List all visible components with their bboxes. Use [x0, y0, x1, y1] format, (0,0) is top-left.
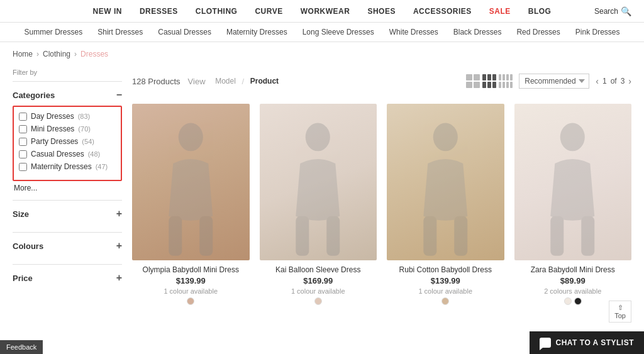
view-product[interactable]: Product: [250, 77, 279, 86]
product-price: $139.99: [132, 276, 250, 285]
nav-item-accessories[interactable]: ACCESSORIES: [413, 1, 472, 22]
sidebar: Filter by Categories − Day Dresses (83) …: [13, 66, 132, 307]
grid-cell: [487, 82, 491, 88]
breadcrumb-home[interactable]: Home: [13, 50, 33, 58]
more-link[interactable]: More...: [13, 184, 122, 192]
product-card[interactable]: Olympia Babydoll Mini Dress $139.99 1 co…: [132, 104, 250, 307]
nav-item-new-in[interactable]: NEW IN: [93, 1, 122, 22]
breadcrumb-clothing[interactable]: Clothing: [43, 50, 70, 58]
page-of: of: [611, 77, 617, 86]
toolbar-left: 128 Products View Model / Product: [132, 77, 279, 86]
toolbar-right: Recommended ‹ 1 of 3 ›: [466, 74, 631, 89]
nav-item-blog[interactable]: BLOG: [528, 1, 552, 22]
nav-item-dresses[interactable]: DRESSES: [140, 1, 178, 22]
sub-nav-item[interactable]: Red Dresses: [516, 28, 560, 36]
size-section: Size +: [13, 200, 122, 232]
category-count: (54): [82, 138, 94, 145]
nav-item-shoes[interactable]: SHOES: [367, 1, 396, 22]
product-name: Rubi Cotton Babydoll Dress: [387, 265, 504, 274]
grid-cell: [502, 74, 505, 80]
grid-cell: [506, 74, 509, 80]
grid-cell: [482, 82, 486, 88]
product-colours-text: 1 colour available: [260, 287, 377, 295]
back-to-top-button[interactable]: ⇧ Top: [609, 301, 631, 307]
page-layout: Filter by Categories − Day Dresses (83) …: [0, 66, 644, 307]
sub-nav-item[interactable]: Summer Dresses: [25, 28, 83, 36]
colours-expand-icon: +: [116, 240, 122, 252]
product-name: Olympia Babydoll Mini Dress: [132, 265, 250, 274]
grid-cell: [499, 82, 501, 88]
colour-swatches: [132, 297, 250, 305]
sort-select[interactable]: Recommended: [519, 74, 589, 89]
svg-point-3: [306, 123, 330, 151]
colour-swatch: [314, 297, 322, 305]
nav-item-sale[interactable]: SALE: [489, 1, 511, 22]
colour-swatches: [387, 297, 504, 305]
sub-nav-item[interactable]: Shirt Dresses: [97, 28, 143, 36]
product-image: [132, 104, 250, 260]
product-info: Rubi Cotton Babydoll Dress $139.99 1 col…: [387, 260, 504, 307]
categories-label: Categories: [13, 91, 55, 100]
nav-item-curve[interactable]: CURVE: [255, 1, 282, 22]
product-info: Kai Balloon Sleeve Dress $169.99 1 colou…: [260, 260, 377, 307]
nav-item-clothing[interactable]: CLOTHING: [196, 1, 238, 22]
category-item[interactable]: Maternity Dresses (47): [19, 162, 116, 171]
product-card[interactable]: Kai Balloon Sleeve Dress $169.99 1 colou…: [260, 104, 377, 307]
prev-page-button[interactable]: ‹: [596, 76, 599, 86]
category-checkbox[interactable]: [19, 138, 27, 146]
sub-nav-item[interactable]: Black Dresses: [453, 28, 502, 36]
next-page-button[interactable]: ›: [628, 76, 631, 86]
grid-cell: [510, 82, 513, 88]
svg-rect-1: [169, 216, 182, 256]
grid-3-icon[interactable]: [482, 74, 496, 88]
category-checkbox[interactable]: [19, 113, 27, 121]
colours-section: Colours +: [13, 232, 122, 264]
product-grid: Olympia Babydoll Mini Dress $139.99 1 co…: [132, 104, 631, 307]
categories-header[interactable]: Categories −: [13, 89, 122, 101]
sub-nav-item[interactable]: Pink Dresses: [575, 28, 620, 36]
grid-cell: [502, 82, 505, 88]
categories-section: Categories − Day Dresses (83) Mini Dress…: [13, 81, 122, 200]
grid-4-icon[interactable]: [499, 74, 513, 88]
grid-cell: [499, 74, 501, 80]
category-item[interactable]: Party Dresses (54): [19, 137, 116, 146]
product-image: [514, 104, 632, 260]
product-card[interactable]: Zara Babydoll Mini Dress $89.99 2 colour…: [514, 104, 632, 307]
view-label: View: [188, 77, 206, 86]
nav-item-workwear[interactable]: WORKWEAR: [301, 1, 350, 22]
category-count: (70): [78, 125, 91, 133]
category-checkbox[interactable]: [19, 125, 27, 133]
colours-header[interactable]: Colours +: [13, 240, 122, 252]
category-item[interactable]: Casual Dresses (48): [19, 150, 116, 158]
search-label: Search: [594, 7, 618, 16]
svg-rect-4: [296, 216, 309, 256]
sub-nav-item[interactable]: White Dresses: [389, 28, 438, 36]
price-header[interactable]: Price +: [13, 272, 122, 284]
product-figure: [387, 104, 504, 260]
view-model[interactable]: Model: [215, 77, 236, 86]
category-item[interactable]: Day Dresses (83): [19, 112, 116, 121]
sub-nav-item[interactable]: Casual Dresses: [158, 28, 211, 36]
page-total: 3: [621, 77, 625, 86]
svg-rect-11: [582, 216, 595, 256]
colour-swatch: [564, 297, 572, 305]
colour-swatch: [441, 297, 449, 305]
category-checkbox[interactable]: [19, 163, 27, 171]
category-item[interactable]: Mini Dresses (70): [19, 124, 116, 133]
colour-swatch: [187, 297, 194, 305]
svg-rect-2: [199, 216, 213, 256]
sub-nav-item[interactable]: Long Sleeve Dresses: [303, 28, 374, 36]
breadcrumb-sep-1: ›: [36, 50, 39, 58]
product-name: Kai Balloon Sleeve Dress: [260, 265, 377, 274]
category-checkbox[interactable]: [19, 150, 27, 158]
grid-2-icon[interactable]: [466, 74, 480, 88]
size-header[interactable]: Size +: [13, 208, 122, 219]
price-expand-icon: +: [116, 272, 122, 284]
product-figure: [260, 104, 377, 260]
svg-point-0: [179, 123, 203, 151]
sub-nav-item[interactable]: Maternity Dresses: [226, 28, 287, 36]
search-button[interactable]: Search 🔍: [594, 6, 631, 16]
product-card[interactable]: Rubi Cotton Babydoll Dress $139.99 1 col…: [387, 104, 504, 307]
view-sep: /: [240, 77, 247, 86]
categories-box: Day Dresses (83) Mini Dresses (70) Party…: [13, 106, 122, 181]
